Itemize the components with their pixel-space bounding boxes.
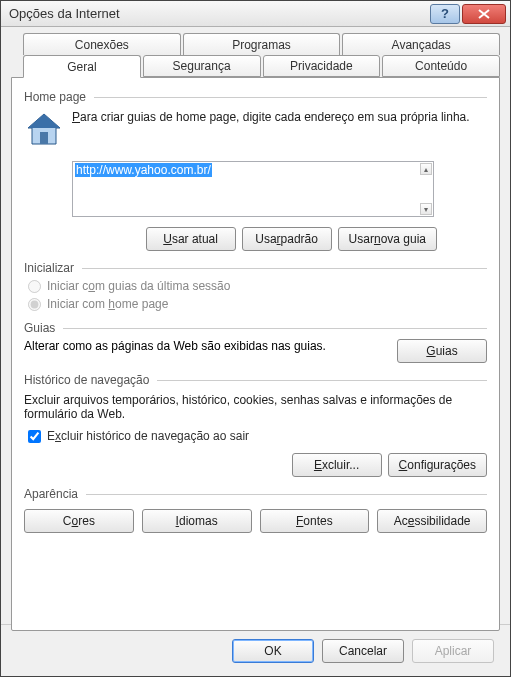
tab-avancadas[interactable]: Avançadas xyxy=(342,33,500,55)
section-history: Histórico de navegação Excluir arquivos … xyxy=(24,373,487,477)
tab-seguranca[interactable]: Segurança xyxy=(143,55,261,77)
scroll-up-icon[interactable]: ▴ xyxy=(420,163,432,175)
section-guias-label: Guias xyxy=(24,321,55,335)
radio-last-session-label: Iniciar com guias da última sessão xyxy=(47,279,230,293)
tab-conteudo[interactable]: Conteúdo xyxy=(382,55,500,77)
tab-privacidade[interactable]: Privacidade xyxy=(263,55,381,77)
homepage-url-value: http://www.yahoo.com.br/ xyxy=(75,163,212,177)
divider xyxy=(82,268,487,269)
history-text: Excluir arquivos temporários, histórico,… xyxy=(24,393,487,421)
divider xyxy=(157,380,487,381)
use-new-tab-button[interactable]: Usar nova guia xyxy=(338,227,437,251)
delete-on-exit-checkbox[interactable] xyxy=(28,430,41,443)
help-button[interactable]: ? xyxy=(430,4,460,24)
section-homepage: Home page Para criar guias de home page, xyxy=(24,90,487,251)
close-icon xyxy=(478,9,490,19)
radio-home-page-input[interactable] xyxy=(28,298,41,311)
cancel-button[interactable]: Cancelar xyxy=(322,639,404,663)
section-appearance-label: Aparência xyxy=(24,487,78,501)
guias-text: Alterar como as páginas da Web são exibi… xyxy=(24,339,387,353)
tab-strip: Conexões Programas Avançadas Geral Segur… xyxy=(11,33,500,78)
apply-button[interactable]: Aplicar xyxy=(412,639,494,663)
divider xyxy=(86,494,487,495)
tab-panel-geral: Home page Para criar guias de home page, xyxy=(11,77,500,631)
close-button[interactable] xyxy=(462,4,506,24)
tab-programas[interactable]: Programas xyxy=(183,33,341,55)
colors-button[interactable]: Cores xyxy=(24,509,134,533)
fonts-button[interactable]: Fontes xyxy=(260,509,370,533)
homepage-instruction: Para criar guias de home page, digite ca… xyxy=(72,110,487,124)
window-title: Opções da Internet xyxy=(9,6,120,21)
window-buttons: ? xyxy=(430,4,506,24)
guias-button[interactable]: Guias xyxy=(397,339,487,363)
tab-geral[interactable]: Geral xyxy=(23,55,141,78)
titlebar: Opções da Internet ? xyxy=(1,1,510,27)
svg-marker-1 xyxy=(28,114,60,128)
divider xyxy=(94,97,487,98)
scroll-down-icon[interactable]: ▾ xyxy=(420,203,432,215)
section-appearance: Aparência Cores Idiomas Fontes Acessibil… xyxy=(24,487,487,533)
homepage-url-input[interactable]: http://www.yahoo.com.br/ ▴ ▾ xyxy=(72,161,434,217)
radio-last-session[interactable]: Iniciar com guias da última sessão xyxy=(28,279,487,293)
divider xyxy=(63,328,487,329)
section-homepage-label: Home page xyxy=(24,90,86,104)
section-guias: Guias Alterar como as páginas da Web são… xyxy=(24,321,487,363)
section-init-label: Inicializar xyxy=(24,261,74,275)
section-init: Inicializar Iniciar com guias da última … xyxy=(24,261,487,311)
radio-home-page[interactable]: Iniciar com home page xyxy=(28,297,487,311)
use-default-button[interactable]: Usar padrão xyxy=(242,227,332,251)
history-settings-button[interactable]: Configurações xyxy=(388,453,487,477)
delete-on-exit-row[interactable]: Excluir histórico de navegação ao sair xyxy=(28,429,487,443)
radio-home-page-label: Iniciar com home page xyxy=(47,297,168,311)
content-area: Conexões Programas Avançadas Geral Segur… xyxy=(1,27,510,624)
languages-button[interactable]: Idiomas xyxy=(142,509,252,533)
accessibility-button[interactable]: Acessibilidade xyxy=(377,509,487,533)
tab-conexoes[interactable]: Conexões xyxy=(23,33,181,55)
radio-last-session-input[interactable] xyxy=(28,280,41,293)
internet-options-window: Opções da Internet ? Conexões Programas … xyxy=(0,0,511,677)
home-icon xyxy=(24,110,64,153)
delete-history-button[interactable]: Excluir... xyxy=(292,453,382,477)
use-current-button[interactable]: Usar atual xyxy=(146,227,236,251)
scrollbar[interactable]: ▴ ▾ xyxy=(420,163,432,215)
delete-on-exit-label: Excluir histórico de navegação ao sair xyxy=(47,429,249,443)
section-history-label: Histórico de navegação xyxy=(24,373,149,387)
svg-rect-2 xyxy=(40,132,48,144)
dialog-footer: OK Cancelar Aplicar xyxy=(1,624,510,676)
ok-button[interactable]: OK xyxy=(232,639,314,663)
